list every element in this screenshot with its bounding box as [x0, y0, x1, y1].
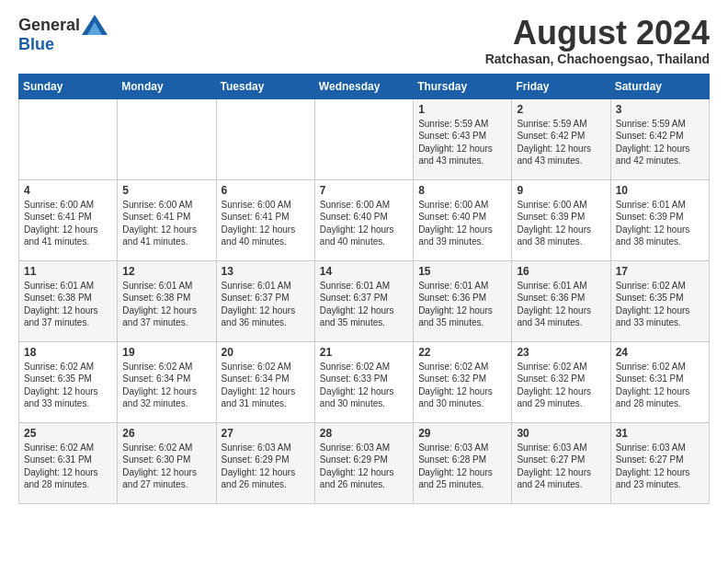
day-info-line: Daylight: 12 hours [616, 224, 704, 236]
day-info-line: Sunrise: 6:02 AM [24, 442, 112, 454]
day-info-line: Daylight: 12 hours [320, 385, 408, 398]
day-info-line: Sunset: 6:38 PM [24, 292, 112, 304]
logo-area: General Blue [18, 15, 108, 54]
day-info-line: Daylight: 12 hours [517, 304, 605, 317]
day-number: 30 [517, 427, 605, 440]
cell-3-4: 22Sunrise: 6:02 AMSunset: 6:32 PMDayligh… [414, 341, 512, 422]
cell-0-4: 1Sunrise: 5:59 AMSunset: 6:43 PMDaylight… [414, 98, 512, 179]
day-info-line: Daylight: 12 hours [418, 224, 506, 236]
day-info-line: Sunset: 6:35 PM [24, 373, 112, 385]
day-info-line: Sunrise: 6:01 AM [24, 280, 112, 293]
day-info-line: Daylight: 12 hours [320, 304, 408, 317]
day-number: 15 [418, 265, 506, 278]
day-info-line: Daylight: 12 hours [122, 385, 210, 398]
day-info-line: and 33 minutes. [24, 397, 112, 410]
day-info-line: and 39 minutes. [418, 236, 506, 248]
day-info-line: and 40 minutes. [320, 236, 408, 248]
day-info-line: and 37 minutes. [122, 316, 210, 329]
day-info-line: Daylight: 12 hours [418, 466, 506, 479]
day-info-line: Sunset: 6:34 PM [222, 373, 310, 385]
day-info-line: and 42 minutes. [616, 155, 704, 167]
col-wednesday: Wednesday [314, 74, 413, 98]
day-info-line: Daylight: 12 hours [616, 385, 704, 398]
day-number: 18 [24, 346, 112, 359]
day-info-line: and 26 minutes. [320, 478, 408, 491]
cell-1-4: 8Sunrise: 6:00 AMSunset: 6:40 PMDaylight… [414, 179, 512, 260]
cell-1-0: 4Sunrise: 6:00 AMSunset: 6:41 PMDaylight… [19, 179, 118, 260]
day-info-line: Sunrise: 6:03 AM [517, 442, 605, 454]
day-info-line: Sunrise: 6:01 AM [517, 280, 605, 293]
day-info-line: and 40 minutes. [222, 236, 310, 248]
day-number: 17 [616, 265, 704, 278]
day-info-line: and 38 minutes. [616, 236, 704, 248]
cell-4-6: 31Sunrise: 6:03 AMSunset: 6:27 PMDayligh… [610, 422, 709, 503]
day-info-line: Sunset: 6:36 PM [517, 292, 605, 304]
day-info-line: Sunset: 6:34 PM [122, 373, 210, 385]
cell-4-5: 30Sunrise: 6:03 AMSunset: 6:27 PMDayligh… [512, 422, 610, 503]
day-number: 3 [616, 103, 704, 116]
cell-4-2: 27Sunrise: 6:03 AMSunset: 6:29 PMDayligh… [216, 422, 314, 503]
day-number: 23 [517, 346, 605, 359]
day-number: 5 [122, 184, 210, 197]
day-info-line: and 38 minutes. [517, 236, 605, 248]
day-info-line: Daylight: 12 hours [122, 224, 210, 236]
cell-3-1: 19Sunrise: 6:02 AMSunset: 6:34 PMDayligh… [118, 341, 216, 422]
day-number: 13 [222, 265, 310, 278]
day-info-line: and 35 minutes. [418, 316, 506, 329]
day-info-line: Sunset: 6:29 PM [320, 454, 408, 466]
day-info-line: Sunrise: 6:00 AM [418, 199, 506, 212]
day-info-line: Sunset: 6:32 PM [418, 373, 506, 385]
cell-4-3: 28Sunrise: 6:03 AMSunset: 6:29 PMDayligh… [314, 422, 413, 503]
day-info-line: Daylight: 12 hours [122, 304, 210, 317]
day-info-line: Daylight: 12 hours [616, 466, 704, 479]
day-info-line: and 41 minutes. [24, 236, 112, 248]
day-number: 2 [517, 103, 605, 116]
day-info-line: Sunset: 6:29 PM [222, 454, 310, 466]
cell-1-5: 9Sunrise: 6:00 AMSunset: 6:39 PMDaylight… [512, 179, 610, 260]
day-info-line: Daylight: 12 hours [222, 385, 310, 398]
day-info-line: and 28 minutes. [616, 397, 704, 410]
day-info-line: Daylight: 12 hours [517, 385, 605, 398]
day-info-line: Daylight: 12 hours [418, 304, 506, 317]
day-info-line: and 37 minutes. [24, 316, 112, 329]
cell-0-0 [19, 98, 118, 179]
cell-3-5: 23Sunrise: 6:02 AMSunset: 6:32 PMDayligh… [512, 341, 610, 422]
header-row: Sunday Monday Tuesday Wednesday Thursday… [19, 74, 710, 98]
day-info-line: and 30 minutes. [320, 397, 408, 410]
cell-4-1: 26Sunrise: 6:02 AMSunset: 6:30 PMDayligh… [118, 422, 216, 503]
day-info-line: Sunrise: 6:01 AM [418, 280, 506, 293]
cell-2-3: 14Sunrise: 6:01 AMSunset: 6:37 PMDayligh… [314, 260, 413, 341]
day-info-line: Sunset: 6:27 PM [517, 454, 605, 466]
day-info-line: Daylight: 12 hours [418, 143, 506, 155]
cell-2-5: 16Sunrise: 6:01 AMSunset: 6:36 PMDayligh… [512, 260, 610, 341]
cell-4-4: 29Sunrise: 6:03 AMSunset: 6:28 PMDayligh… [414, 422, 512, 503]
cell-1-3: 7Sunrise: 6:00 AMSunset: 6:40 PMDaylight… [314, 179, 413, 260]
day-info-line: Sunrise: 6:00 AM [24, 199, 112, 212]
logo-icon [82, 15, 108, 35]
col-saturday: Saturday [610, 74, 709, 98]
day-info-line: and 35 minutes. [320, 316, 408, 329]
cell-0-5: 2Sunrise: 5:59 AMSunset: 6:42 PMDaylight… [512, 98, 610, 179]
day-info-line: Daylight: 12 hours [24, 466, 112, 479]
week-row-4: 25Sunrise: 6:02 AMSunset: 6:31 PMDayligh… [19, 422, 710, 503]
day-info-line: Sunset: 6:31 PM [616, 373, 704, 385]
week-row-3: 18Sunrise: 6:02 AMSunset: 6:35 PMDayligh… [19, 341, 710, 422]
day-info-line: Sunrise: 6:02 AM [616, 361, 704, 373]
day-info-line: Sunrise: 6:00 AM [320, 199, 408, 212]
day-info-line: Sunrise: 6:02 AM [320, 361, 408, 373]
day-number: 9 [517, 184, 605, 197]
day-info-line: Daylight: 12 hours [517, 143, 605, 155]
day-info-line: Sunrise: 6:02 AM [418, 361, 506, 373]
logo: General [18, 15, 108, 35]
day-info-line: Daylight: 12 hours [222, 224, 310, 236]
day-info-line: and 26 minutes. [222, 478, 310, 491]
cell-0-2 [216, 98, 314, 179]
week-row-1: 4Sunrise: 6:00 AMSunset: 6:41 PMDaylight… [19, 179, 710, 260]
day-info-line: Daylight: 12 hours [616, 143, 704, 155]
day-info-line: Sunrise: 6:03 AM [320, 442, 408, 454]
col-monday: Monday [118, 74, 216, 98]
day-number: 20 [222, 346, 310, 359]
day-info-line: Sunrise: 5:59 AM [616, 118, 704, 131]
day-number: 16 [517, 265, 605, 278]
location-title: Ratchasan, Chachoengsao, Thailand [485, 52, 710, 66]
